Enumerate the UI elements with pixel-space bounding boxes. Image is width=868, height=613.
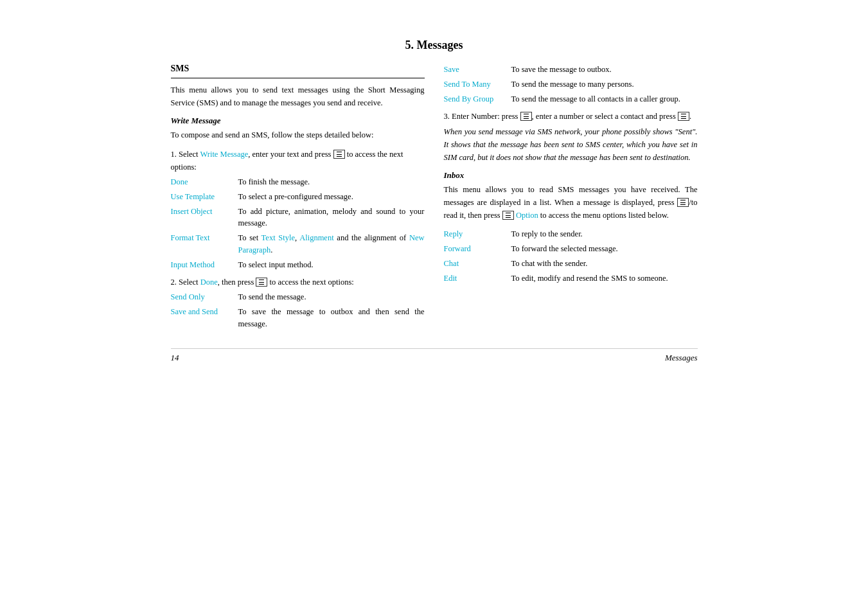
option-save-label: Save xyxy=(444,64,505,76)
option-use-template-desc: To select a pre-configured message. xyxy=(238,191,425,203)
option-done: Done To finish the message. xyxy=(171,176,425,188)
italic-warning-text: When you send message via SMS network, y… xyxy=(444,127,698,162)
option-format-text-label: Format Text xyxy=(171,232,232,256)
option-format-text: Format Text To set Text Style, Alignment… xyxy=(171,232,425,256)
option-send-only-label: Send Only xyxy=(171,291,232,303)
option-save-and-send-desc: To save the message to outbox and then s… xyxy=(238,306,425,330)
option-forward: Forward To forward the selected message. xyxy=(444,243,698,255)
option-use-template-label: Use Template xyxy=(171,191,232,203)
option-insert-object-label: Insert Object xyxy=(171,206,232,230)
option-send-to-many: Send To Many To send the message to many… xyxy=(444,78,698,91)
option-format-text-desc: To set Text Style, Alignment and the ali… xyxy=(238,232,425,256)
option-forward-desc: To forward the selected message. xyxy=(511,243,698,255)
right-column: Save To save the message to outbox. Send… xyxy=(444,64,698,335)
two-column-layout: SMS This menu allows you to send text me… xyxy=(171,64,698,335)
sms-heading: SMS xyxy=(171,64,425,74)
step1-link: Write Message xyxy=(200,150,248,159)
option-send-by-group-desc: To send the message to all contacts in a… xyxy=(511,93,698,105)
option-done-label: Done xyxy=(171,176,232,188)
option-reply-label: Reply xyxy=(444,228,505,240)
write-message-intro: To compose and send an SMS, follow the s… xyxy=(171,129,425,141)
option-send-to-many-label: Send To Many xyxy=(444,78,505,91)
write-message-heading: Write Message xyxy=(171,116,425,126)
inbox-key1: ☰ xyxy=(677,198,689,207)
option-send-to-many-desc: To send the message to many persons. xyxy=(511,78,698,91)
inbox-option-link: Option xyxy=(516,211,538,220)
step2-options-table: Send Only To send the message. Save and … xyxy=(171,291,425,330)
inbox-key2: ☰ xyxy=(502,211,514,220)
option-edit: Edit To edit, modify and resend the SMS … xyxy=(444,272,698,285)
option-send-only: Send Only To send the message. xyxy=(171,291,425,303)
option-send-only-desc: To send the message. xyxy=(238,291,425,303)
page-container: 5. Messages SMS This menu allows you to … xyxy=(145,26,723,376)
option-forward-label: Forward xyxy=(444,243,505,255)
inbox-heading: Inbox xyxy=(444,170,698,181)
step2: 2. Select Done, then press ☰ to access t… xyxy=(171,276,425,289)
option-insert-object-desc: To add picture, animation, melody and so… xyxy=(238,206,425,230)
option-chat-desc: To chat with the sender. xyxy=(511,258,698,270)
step3: 3. Enter Number: press ☰, enter a number… xyxy=(444,110,698,123)
option-send-by-group: Send By Group To send the message to all… xyxy=(444,93,698,105)
option-save-desc: To save the message to outbox. xyxy=(511,64,698,76)
option-insert-object: Insert Object To add picture, animation,… xyxy=(171,206,425,230)
left-column: SMS This menu allows you to send text me… xyxy=(171,64,425,335)
step3-key2: ☰ xyxy=(678,112,689,121)
option-input-method: Input Method To select input method. xyxy=(171,259,425,271)
inbox-intro: This menu allows you to read SMS message… xyxy=(444,183,698,222)
inbox-options-table: Reply To reply to the sender. Forward To… xyxy=(444,228,698,284)
step2-done-link: Done xyxy=(200,278,218,287)
option-chat-label: Chat xyxy=(444,258,505,270)
option-save-and-send: Save and Send To save the message to out… xyxy=(171,306,425,330)
page-title: 5. Messages xyxy=(171,39,698,52)
step1: 1. Select Write Message, enter your text… xyxy=(171,148,425,173)
option-input-method-label: Input Method xyxy=(171,259,232,271)
option-reply: Reply To reply to the sender. xyxy=(444,228,698,240)
option-send-by-group-label: Send By Group xyxy=(444,93,505,105)
step3-key1: ☰ xyxy=(520,112,532,121)
option-save: Save To save the message to outbox. xyxy=(444,64,698,76)
right-top-options-table: Save To save the message to outbox. Send… xyxy=(444,64,698,105)
italic-warning: When you send message via SMS network, y… xyxy=(444,125,698,164)
page-footer: 14 Messages xyxy=(171,348,698,363)
step1-text: Select xyxy=(179,150,200,159)
step1-rest: , enter your text and press xyxy=(248,150,333,159)
option-done-desc: To finish the message. xyxy=(238,176,425,188)
alignment-link: Alignment xyxy=(299,233,333,242)
option-input-method-desc: To select input method. xyxy=(238,259,425,271)
step1-key: ☰ xyxy=(333,150,345,159)
option-use-template: Use Template To select a pre-configured … xyxy=(171,191,425,203)
option-reply-desc: To reply to the sender. xyxy=(511,228,698,240)
text-style-link: Text Style xyxy=(261,233,295,242)
option-save-and-send-label: Save and Send xyxy=(171,306,232,330)
option-edit-label: Edit xyxy=(444,272,505,285)
sms-intro: This menu allows you to send text messag… xyxy=(171,84,425,109)
footer-page-number: 14 xyxy=(171,353,179,363)
option-chat: Chat To chat with the sender. xyxy=(444,258,698,270)
step2-key: ☰ xyxy=(256,278,267,287)
section-divider xyxy=(171,78,425,78)
step1-options-table: Done To finish the message. Use Template… xyxy=(171,176,425,271)
footer-chapter-name: Messages xyxy=(665,353,698,363)
option-edit-desc: To edit, modify and resend the SMS to so… xyxy=(511,272,698,285)
